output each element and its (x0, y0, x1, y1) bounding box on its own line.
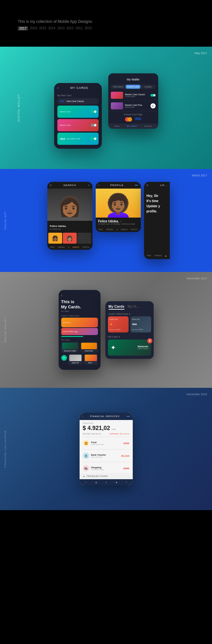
food-trans-info: Food credit purchase (91, 441, 121, 445)
finance-more-icon[interactable]: ••• (127, 415, 130, 418)
card-toggle-3[interactable] (91, 137, 97, 140)
wallet-title: My Wallet (127, 78, 139, 81)
hey-text-container: Hey, StrIt's timeUpdate yprofile. (144, 189, 170, 253)
credit-debit-section: Credit or Debit Cards •••• •••• •••• COL… (61, 315, 98, 337)
starbucks-name: Starbucks (138, 345, 149, 348)
wallet-nav-home[interactable]: Home (114, 125, 120, 127)
bank-date: bank transfer (91, 456, 119, 458)
search-add-icon[interactable]: + (88, 183, 90, 187)
wallet-nav-payment[interactable]: Payment (144, 125, 152, 127)
delete-starbucks-button[interactable]: 🗑 (147, 338, 152, 343)
starbucks-thumb (62, 343, 78, 349)
card-toggle-1[interactable] (91, 110, 97, 113)
income-label: INCOME: $48,200.10 (83, 433, 101, 435)
mcdo-gift-item[interactable]: McD... (84, 354, 98, 365)
teal-visa-card[interactable]: VISA Visa Debit Card (57, 133, 99, 145)
my-cards-phone: ‹ MY CARDS My Main Card VISA Visa Card C… (54, 83, 102, 149)
transactions-arrow-icon: ▲ (83, 475, 85, 478)
search-dot[interactable]: ● (68, 246, 69, 248)
year-2010[interactable]: 2010 (85, 26, 92, 31)
profile-friends-nav[interactable]: FRIENDS (106, 229, 113, 230)
orange-credit-card[interactable]: •••• •••• •••• (61, 318, 98, 327)
profile-search-nav[interactable]: SEARCH (121, 229, 128, 230)
profile-more-icon[interactable]: ••• (135, 183, 138, 187)
year-2012[interactable]: 2012 (66, 26, 73, 31)
profile-photos-nav[interactable]: PHOTOS (131, 229, 138, 230)
bank-transfer-transaction[interactable]: 🏦 Bank Transfer bank transfer -$1,314 (80, 451, 133, 461)
year-2015[interactable]: 2015 (39, 26, 46, 31)
partial-footer: FEED FRIENDS ● (144, 253, 170, 259)
search-photos-nav[interactable]: PHOTOS (82, 246, 89, 248)
finance-nav-1[interactable]: ✦ (85, 481, 87, 483)
wallet-card-name-1: Master Card Classic (125, 93, 149, 96)
wallet-card-row-1[interactable]: Master Card Classic Credit-3398 (108, 90, 158, 101)
starbucks-card[interactable]: ✦ Starbucks Coffee Coupon 🗑 (108, 340, 151, 356)
purple-card[interactable]: COLLECTING: ●●●● (61, 328, 98, 335)
income-expense-row: INCOME: $48,200.10 EXPENSE: $71,141.41 (80, 432, 133, 435)
financial-calculator-section: Financial Calculator December 2016 ‹ FIN… (0, 388, 212, 510)
green-mastercard[interactable]: Master Card (57, 106, 99, 118)
partial-phone: ≡ LIF... Hey, StrIt's timeUpdate yprofil… (144, 182, 170, 259)
debit-credit-tab[interactable]: Debit/Credit (126, 85, 140, 89)
shopping-transaction[interactable]: 🛍 Shopping credit purchase -$989 (80, 463, 133, 473)
card-toggle-2[interactable] (91, 124, 97, 127)
partial-menu-icon[interactable]: ≡ (147, 183, 149, 187)
year-2013[interactable]: 2013 (57, 26, 64, 31)
food-transaction[interactable]: 🍔 Food credit purchase -$390 (80, 438, 133, 448)
partial-dot: ● (165, 255, 167, 257)
search-feed-nav[interactable]: FEED (50, 246, 54, 248)
dropdown-icon[interactable]: ▾ (129, 313, 130, 315)
partial-friends-nav[interactable]: FRIENDS (155, 255, 162, 257)
amazon-gift-item[interactable]: Amaz Book (80, 342, 98, 353)
gift-cards-section-label: Gift Cards ▾ (108, 336, 151, 338)
close-card-button[interactable]: × (150, 103, 156, 108)
year-2014[interactable]: 2014 (48, 26, 55, 31)
starbucks-gift-item[interactable]: Starbucks Coffee (61, 342, 79, 353)
divider-3 (83, 462, 130, 462)
shopping-icon: 🛍 (83, 465, 89, 471)
apple-gift-item[interactable]: Apple Gift (68, 354, 82, 365)
search-phone: ≡ SEARCH + 👩🏾 Felice Udoka. 16 YEARS OLD… (47, 182, 92, 250)
finance-back-icon[interactable]: ‹ (82, 415, 83, 418)
wallet-card-toggle-1[interactable] (150, 94, 156, 97)
year-2011[interactable]: 2011 (76, 26, 83, 31)
credit-card-item[interactable]: Credit Card •••• •••• ••• 2017 (108, 316, 129, 332)
search-friends-nav[interactable]: FRIENDS (58, 246, 65, 248)
visa-type-icon[interactable]: VISA (135, 117, 141, 122)
wallet-card-row-2[interactable]: Master Card Plus Debit-2348 × (108, 101, 158, 111)
search-search-nav[interactable]: SEARCH (72, 246, 79, 248)
main-card-label: My Main Card (57, 94, 99, 97)
loyalty-tab[interactable]: Loyalty (140, 85, 155, 89)
profile-dot[interactable]: ● (117, 229, 118, 230)
food-icon: 🍔 (83, 440, 89, 446)
partial-feed-nav[interactable]: FEED (147, 255, 151, 257)
gift-dropdown-icon[interactable]: ▾ (119, 336, 120, 338)
finance-nav-5[interactable]: ≡ (126, 481, 127, 483)
red-mastercard[interactable]: Master Card (57, 119, 99, 131)
finance-nav-3[interactable]: ★ (105, 481, 107, 483)
left-back-icon[interactable]: ‹ (61, 293, 98, 298)
profile-feed-nav[interactable]: FEED (99, 229, 103, 230)
back-icon[interactable]: ‹ (57, 86, 59, 90)
my-cards-title-active: My Cards (109, 304, 125, 310)
add-card-button[interactable]: + (61, 355, 67, 361)
finance-nav-4[interactable]: ⬟ (116, 481, 117, 483)
shopping-name: Shopping (91, 466, 121, 469)
debit-card-item[interactable]: Debit Card VISA •••• •••• ••• 2017 (130, 316, 151, 332)
gift-cards-tab[interactable]: Gift Cards (111, 85, 126, 89)
person-name-search: Felice Udoka. (50, 225, 67, 228)
mastercard-type-icon[interactable] (125, 117, 132, 122)
wallet-nav-mycards[interactable]: MY CARDS (127, 125, 137, 127)
year-2016[interactable]: 2016 (30, 26, 37, 31)
bank-amount: -$1,314 (120, 454, 129, 457)
wallet-popup-header: My Wallet (108, 73, 158, 83)
gift-cards-section: Gift Cards Starbucks Coffee Amaz Book + … (61, 339, 98, 365)
wallet-card-info-1: Master Card Classic Credit-3398 (125, 93, 149, 98)
finance-bottom-nav: ✦ ◼ ★ ⬟ ≡ (80, 479, 133, 485)
starbucks-label: Starbucks Coffee (62, 350, 78, 352)
more-gift-row: + Apple Gift McD... (61, 354, 98, 365)
finance-nav-2[interactable]: ◼ (95, 481, 97, 483)
profile-stats: 18 YEARS OLD · MY PROFILE · 284 BULLS AG… (98, 223, 138, 225)
year-2017[interactable]: 2017 (18, 26, 28, 31)
visa-card-item[interactable]: VISA Visa Card Classic (57, 98, 99, 104)
